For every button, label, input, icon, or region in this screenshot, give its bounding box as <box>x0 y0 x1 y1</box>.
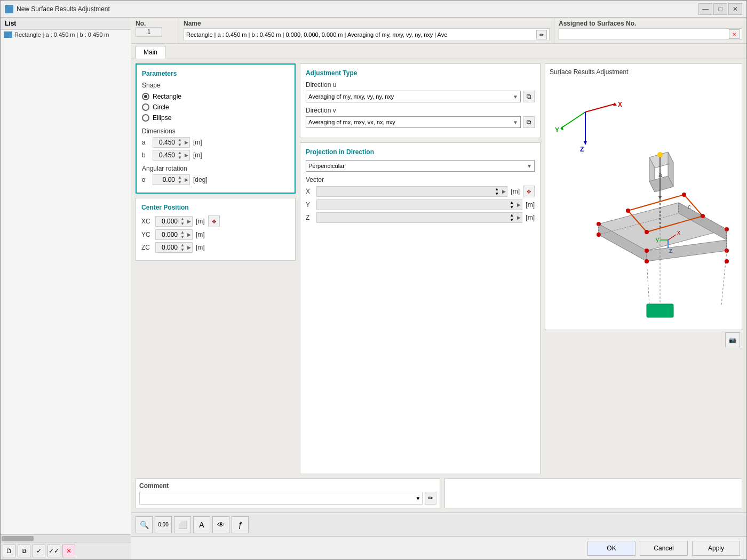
dim-b-right-arrow[interactable]: ▶ <box>185 153 188 158</box>
vec-y-down[interactable]: ▼ <box>510 205 517 210</box>
dim-a-right-arrow[interactable]: ▶ <box>185 140 188 145</box>
ok-button[interactable]: OK <box>587 541 635 556</box>
vec-z-right[interactable]: ▶ <box>517 215 521 220</box>
vec-x-up[interactable]: ▲ <box>495 187 502 191</box>
vec-z-up[interactable]: ▲ <box>510 213 517 218</box>
y-axis-label: Y <box>555 126 559 134</box>
alpha-right-arrow[interactable]: ▶ <box>185 177 188 182</box>
vector-y-key: Y <box>306 201 313 209</box>
vert-dash-3 <box>721 251 727 305</box>
screenshot-button[interactable]: 📷 <box>725 332 740 347</box>
no-input[interactable]: 1 <box>136 27 162 37</box>
assigned-label: Assigned to Surfaces No. <box>559 20 742 27</box>
vector-z-key: Z <box>306 214 313 221</box>
dimensions-label: Dimensions <box>142 127 289 135</box>
select-tool-button[interactable]: ⬜ <box>174 516 191 533</box>
radio-rectangle-circle[interactable] <box>142 93 149 100</box>
dim-b-input[interactable]: 0.450 ▲ ▼ ▶ <box>153 150 190 161</box>
maximize-button[interactable]: □ <box>713 3 727 15</box>
alpha-input[interactable]: 0.00 ▲ ▼ ▶ <box>153 174 190 185</box>
close-button[interactable]: ✕ <box>728 3 742 15</box>
dim-b-spinners: ▲ ▼ <box>176 150 184 160</box>
dim-a-down[interactable]: ▼ <box>176 142 184 147</box>
vector-x-input[interactable]: ▲ ▼ ▶ <box>316 186 507 197</box>
text-tool-button[interactable]: A <box>193 516 210 533</box>
minimize-button[interactable]: — <box>698 3 712 15</box>
check2-button[interactable]: ✓✓ <box>47 545 60 557</box>
xc-up[interactable]: ▲ <box>179 217 186 221</box>
scroll-thumb[interactable] <box>2 536 34 541</box>
list-item[interactable]: Rectangle | a : 0.450 m | b : 0.450 m <box>1 30 131 39</box>
radio-circle[interactable]: Circle <box>142 102 289 113</box>
dir-u-copy-button[interactable]: ⧉ <box>523 91 535 102</box>
radio-ellipse[interactable]: Ellipse <box>142 113 289 123</box>
right-column: Surface Results Adjustment Y <box>545 63 742 474</box>
window-title: New Surface Results Adjustment <box>17 5 698 13</box>
comment-label: Comment <box>139 482 436 490</box>
vector-z-input[interactable]: ▲ ▼ ▶ <box>316 212 522 223</box>
zc-down[interactable]: ▼ <box>179 247 186 252</box>
xc-input[interactable]: 0.000 ▲ ▼ ▶ <box>155 216 193 227</box>
radio-rectangle[interactable]: Rectangle <box>142 91 289 102</box>
xc-down[interactable]: ▼ <box>179 221 186 226</box>
delete-button[interactable]: ✕ <box>62 545 75 557</box>
vec-y-right[interactable]: ▶ <box>517 202 521 207</box>
search-tool-button[interactable]: 🔍 <box>136 516 153 533</box>
dim-a-up[interactable]: ▲ <box>176 138 184 142</box>
xc-right-arrow[interactable]: ▶ <box>187 219 191 224</box>
z-axis-arrow <box>584 141 587 145</box>
mini-x-label: x <box>677 229 680 236</box>
copy-button[interactable]: ⧉ <box>18 545 30 557</box>
comment-text-field[interactable]: ▼ <box>139 492 423 505</box>
angular-label: Angular rotation <box>142 165 289 172</box>
projection-title: Projection in Direction <box>306 148 535 156</box>
yc-input[interactable]: 0.000 ▲ ▼ ▶ <box>155 229 193 240</box>
name-edit-button[interactable]: ✏ <box>536 30 547 39</box>
dim-b-up[interactable]: ▲ <box>176 150 184 155</box>
yc-down[interactable]: ▼ <box>179 235 186 239</box>
yc-up[interactable]: ▲ <box>179 230 186 235</box>
alpha-up[interactable]: ▲ <box>176 175 184 180</box>
vec-y-up[interactable]: ▲ <box>510 200 517 205</box>
horizontal-scrollbar[interactable] <box>1 534 131 542</box>
alpha-down[interactable]: ▼ <box>176 180 184 185</box>
vec-z-down[interactable]: ▼ <box>510 218 517 222</box>
zc-input[interactable]: 0.000 ▲ ▼ ▶ <box>155 242 193 253</box>
check-button[interactable]: ✓ <box>33 545 45 557</box>
pick-position-button[interactable]: ✥ <box>208 215 220 227</box>
cancel-button[interactable]: Cancel <box>640 541 688 556</box>
yc-right-arrow[interactable]: ▶ <box>187 232 191 237</box>
new-button[interactable]: 🗋 <box>3 545 15 557</box>
zc-right-arrow[interactable]: ▶ <box>187 245 191 250</box>
list-footer: 🗋 ⧉ ✓ ✓✓ ✕ <box>1 542 131 559</box>
pick-vector-button[interactable]: ✥ <box>523 186 535 197</box>
dim-b-down[interactable]: ▼ <box>176 155 184 160</box>
function-tool-button[interactable]: ƒ <box>232 516 249 533</box>
tab-main[interactable]: Main <box>136 46 165 59</box>
comment-edit-button[interactable]: ✏ <box>425 492 436 505</box>
dir-u-select[interactable]: Averaging of my, mxy, vy, ny, nxy ▼ <box>306 91 521 102</box>
view-tool-button[interactable]: 👁 <box>212 516 229 533</box>
apply-button[interactable]: Apply <box>692 541 740 556</box>
assigned-clear-button[interactable]: ✕ <box>729 29 740 39</box>
measure-tool-button[interactable]: 0.00 <box>155 516 172 533</box>
dim-a-input[interactable]: 0.450 ▲ ▼ ▶ <box>153 137 190 148</box>
vector-y-input[interactable]: ▲ ▼ ▶ <box>316 199 522 210</box>
list-item-icon <box>4 31 12 38</box>
dim-b-row: b 0.450 ▲ ▼ ▶ [m] <box>142 150 289 161</box>
comment-dropdown[interactable]: ▼ <box>415 495 422 501</box>
mini-y-label: y <box>656 236 659 243</box>
zc-up[interactable]: ▲ <box>179 243 186 247</box>
radio-ellipse-circle[interactable] <box>142 114 149 122</box>
assigned-section: Assigned to Surfaces No. ✕ <box>554 18 746 43</box>
vec-x-right[interactable]: ▶ <box>502 189 506 194</box>
yc-spinners: ▲ ▼ <box>179 230 186 239</box>
dir-v-select[interactable]: Averaging of mx, mxy, vx, nx, nxy ▼ <box>306 116 521 128</box>
assigned-input[interactable]: ✕ <box>559 28 742 40</box>
vec-x-down[interactable]: ▼ <box>495 191 502 196</box>
projection-select[interactable]: Perpendicular ▼ <box>306 160 535 172</box>
dir-v-copy-button[interactable]: ⧉ <box>523 116 535 128</box>
radio-circle-circle[interactable] <box>142 103 149 111</box>
corner-dot-2 <box>682 193 686 197</box>
parameters-title: Parameters <box>142 70 289 77</box>
